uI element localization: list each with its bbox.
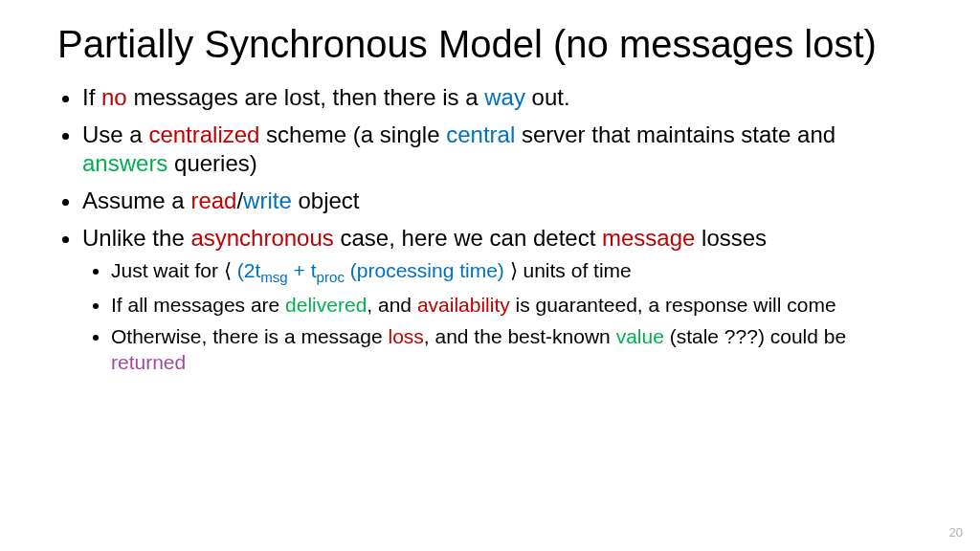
word-message: message — [602, 225, 695, 251]
text: scheme (a single — [259, 121, 446, 147]
bullet-2: Use a centralized scheme (a single centr… — [82, 121, 923, 179]
text: ⟩ units of time — [504, 259, 632, 281]
sub-bullet-list: Just wait for ⟨ (2tmsg + tproc (processi… — [82, 258, 923, 375]
text: , and the best-known — [424, 325, 616, 347]
sub-msg: msg — [260, 270, 288, 286]
text: Use a — [82, 121, 148, 147]
word-delivered: delivered — [285, 294, 367, 316]
text: (2t — [237, 259, 261, 281]
text: object — [292, 187, 360, 213]
bullet-4: Unlike the asynchronous case, here we ca… — [82, 224, 923, 376]
text: If — [82, 84, 101, 110]
text: (processing time) — [345, 259, 504, 281]
word-availability: availability — [417, 294, 510, 316]
text: is guaranteed, a response will come — [510, 294, 836, 316]
bullet-1: If no messages are lost, then there is a… — [82, 83, 923, 113]
sub-bullet-3: Otherwise, there is a message loss, and … — [111, 324, 923, 376]
sub-bullet-1: Just wait for ⟨ (2tmsg + tproc (processi… — [111, 258, 923, 287]
word-read: read — [190, 187, 236, 213]
text: If all messages are — [111, 294, 285, 316]
word-write: write — [243, 187, 292, 213]
bullet-3: Assume a read/write object — [82, 187, 923, 216]
text: Just wait for ⟨ — [111, 259, 237, 281]
sub-bullet-2: If all messages are delivered, and avail… — [111, 293, 923, 319]
text: Assume a — [82, 187, 190, 213]
text: case, here we can detect — [334, 225, 602, 251]
text: Unlike the — [82, 225, 190, 251]
page-number: 20 — [949, 525, 963, 540]
text: messages are lost, then there is a — [127, 84, 485, 110]
text: Otherwise, there is a message — [111, 325, 388, 347]
bullet-list: If no messages are lost, then there is a… — [57, 83, 923, 376]
text: losses — [695, 225, 767, 251]
word-loss: loss — [388, 325, 423, 347]
word-asynchronous: asynchronous — [190, 225, 333, 251]
text: queries) — [167, 150, 256, 176]
word-central: central — [446, 121, 515, 147]
text: + t — [288, 259, 317, 281]
word-returned: returned — [111, 351, 186, 373]
text: out. — [525, 84, 570, 110]
word-centralized: centralized — [148, 121, 259, 147]
slide-title: Partially Synchronous Model (no messages… — [57, 23, 923, 66]
formula: (2tmsg + tproc (processing time) — [237, 259, 504, 281]
text: (stale ???) could be — [664, 325, 846, 347]
word-way: way — [484, 84, 525, 110]
word-answers: answers — [82, 150, 167, 176]
slide: Partially Synchronous Model (no messages… — [0, 0, 980, 551]
word-no: no — [101, 84, 127, 110]
word-value: value — [616, 325, 664, 347]
sub-proc: proc — [317, 270, 345, 286]
text: server that maintains state and — [515, 121, 835, 147]
text: , and — [367, 294, 417, 316]
